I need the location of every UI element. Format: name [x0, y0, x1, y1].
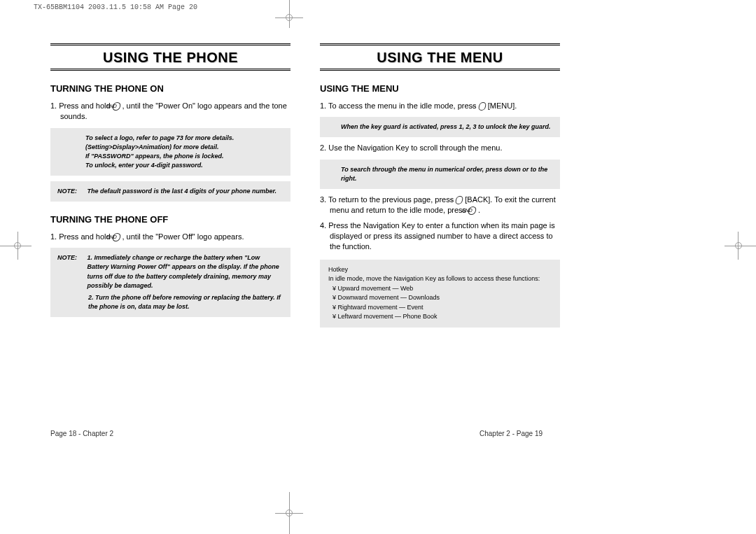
heading-phone-on: TURNING THE PHONE ON	[50, 83, 290, 94]
text-fragment: [MENU].	[486, 101, 517, 110]
hotkey-item-right: ¥ Rightward movement — Event	[332, 303, 552, 313]
note-box-numerical: To search through the menu in numerical …	[320, 160, 560, 189]
note-line: To unlock, enter your 4-digit password.	[57, 161, 284, 170]
text-fragment: .	[476, 206, 480, 214]
note-box-battery: NOTE: 1. Immediately change or recharge …	[50, 248, 290, 316]
crop-mark-right	[724, 246, 756, 246]
note-label: NOTE:	[57, 187, 85, 196]
hotkey-item-down: ¥ Downward movement — Downloads	[332, 293, 552, 303]
print-job-header: TX-65BBM1104 2003.11.5 10:58 AM Page 20	[34, 3, 197, 11]
text-fragment: , until the "Power Off" logo appears.	[120, 232, 244, 241]
hotkey-item-left: ¥ Leftward movement — Phone Book	[332, 312, 552, 322]
note-box-keyguard: When the key guard is activated, press 1…	[320, 117, 560, 137]
right-page: USING THE MENU USING THE MENU 1. To acce…	[320, 43, 560, 328]
heading-phone-off: TURNING THE PHONE OFF	[50, 214, 290, 225]
chapter-title-left: USING THE PHONE	[50, 43, 290, 71]
note-box-logo-password: To select a logo, refer to page 73 for m…	[50, 128, 290, 176]
phone-off-step1: 1. Press and hold END , until the "Power…	[60, 232, 290, 242]
note-box-default-password: NOTE: The default password is the last 4…	[50, 181, 290, 202]
crop-mark-bottom	[289, 492, 290, 534]
chapter-title-right: USING THE MENU	[320, 43, 560, 71]
crop-mark-top	[289, 0, 290, 28]
phone-on-step1: 1. Press and hold END , until the "Power…	[60, 101, 290, 122]
text-fragment: 1. Press and hold	[50, 101, 113, 110]
menu-step1: 1. To access the menu in the idle mode, …	[330, 101, 560, 111]
footer-left: Page 18 - Chapter 2	[50, 430, 113, 437]
note-item-1: 1. Immediately change or recharge the ba…	[88, 253, 283, 290]
left-page: USING THE PHONE TURNING THE PHONE ON 1. …	[50, 43, 290, 328]
note-body: When the key guard is activated, press 1…	[327, 122, 553, 132]
menu-step2: 2. Use the Navigation Key to scroll thro…	[330, 143, 560, 153]
heading-using-menu: USING THE MENU	[320, 83, 560, 94]
hotkey-intro: In idle mode, move the Navigation Key as…	[328, 274, 552, 284]
crop-mark-left	[0, 246, 31, 246]
menu-step4: 4. Press the Navigation Key to enter a f…	[330, 220, 560, 253]
note-line: If "PASSWORD" appears, the phone is lock…	[57, 152, 284, 161]
note-body: To search through the menu in numerical …	[327, 165, 553, 183]
menu-step3: 3. To return to the previous page, press…	[330, 195, 560, 216]
text-fragment: 1. To access the menu in the idle mode, …	[320, 101, 479, 110]
note-body: The default password is the last 4 digit…	[88, 187, 283, 196]
page-spread: USING THE PHONE TURNING THE PHONE ON 1. …	[50, 43, 560, 328]
note-item-2: 2. Turn the phone off before removing or…	[57, 293, 284, 311]
text-fragment: 3. To return to the previous page, press	[320, 195, 456, 204]
hotkey-box: Hotkey In idle mode, move the Navigation…	[320, 260, 560, 328]
note-label: NOTE:	[57, 253, 85, 262]
hotkey-title: Hotkey	[328, 265, 552, 275]
hotkey-item-up: ¥ Upward movement — Web	[332, 284, 552, 294]
note-line: To select a logo, refer to page 73 for m…	[57, 134, 284, 152]
footer-right: Chapter 2 - Page 19	[479, 430, 542, 437]
text-fragment: 1. Press and hold	[50, 232, 113, 241]
